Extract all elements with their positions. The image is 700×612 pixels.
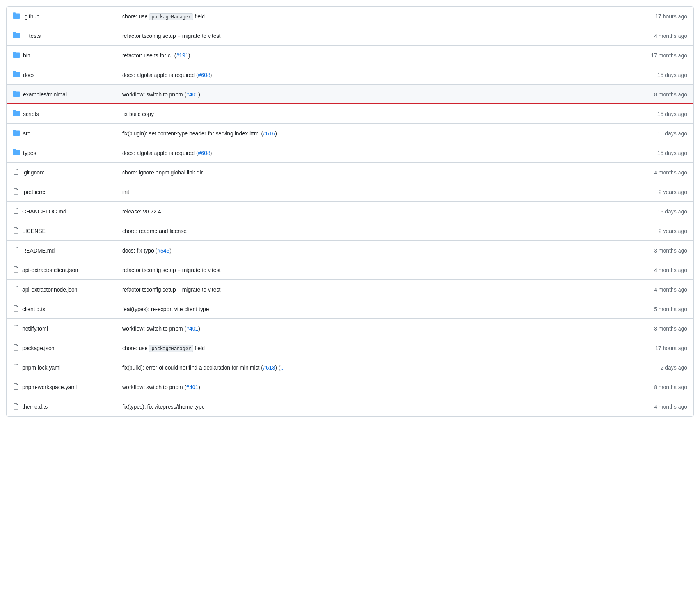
commit-message: workflow: switch to pnpm (#401) <box>122 326 617 332</box>
commit-time: 17 hours ago <box>617 13 687 20</box>
commit-time: 17 hours ago <box>617 345 687 351</box>
file-row[interactable]: api-extractor.client.jsonrefactor tsconf… <box>7 260 693 280</box>
commit-link[interactable]: #616 <box>263 130 275 137</box>
commit-link[interactable]: #608 <box>198 150 210 156</box>
code-badge: packageManager <box>149 13 193 20</box>
file-row[interactable]: docsdocs: algolia appId is required (#60… <box>7 65 693 85</box>
commit-time: 15 days ago <box>617 208 687 215</box>
file-row[interactable]: CHANGELOG.mdrelease: v0.22.415 days ago <box>7 202 693 221</box>
file-name[interactable]: docs <box>23 72 35 78</box>
code-badge: packageManager <box>149 345 193 352</box>
commit-message: feat(types): re-export vite client type <box>122 306 617 312</box>
file-name[interactable]: client.d.ts <box>22 306 45 312</box>
file-row[interactable]: .githubchore: use packageManager field17… <box>7 7 693 26</box>
file-name[interactable]: scripts <box>23 111 39 117</box>
commit-time: 4 months ago <box>617 33 687 39</box>
file-row[interactable]: client.d.tsfeat(types): re-export vite c… <box>7 299 693 319</box>
file-row[interactable]: README.mddocs: fix typo (#545)3 months a… <box>7 241 693 260</box>
commit-message: fix build copy <box>122 111 617 117</box>
file-icon <box>13 188 19 196</box>
file-name[interactable]: theme.d.ts <box>22 404 48 410</box>
file-row[interactable]: srcfix(plugin): set content-type header … <box>7 124 693 143</box>
commit-link[interactable]: #401 <box>186 326 198 332</box>
file-row[interactable]: typesdocs: algolia appId is required (#6… <box>7 143 693 163</box>
file-browser: .githubchore: use packageManager field17… <box>0 0 700 612</box>
commit-message: fix(build): error of could not find a de… <box>122 365 617 371</box>
file-row[interactable]: examples/minimalworkflow: switch to pnpm… <box>7 85 693 104</box>
file-table: .githubchore: use packageManager field17… <box>6 6 694 417</box>
folder-icon <box>13 149 20 157</box>
file-row[interactable]: pnpm-workspace.yamlworkflow: switch to p… <box>7 377 693 397</box>
file-row[interactable]: scriptsfix build copy15 days ago <box>7 104 693 124</box>
file-name[interactable]: pnpm-lock.yaml <box>22 365 60 371</box>
file-icon <box>13 227 19 235</box>
commit-time: 8 months ago <box>617 326 687 332</box>
commit-time: 15 days ago <box>617 130 687 137</box>
file-name[interactable]: __tests__ <box>23 33 47 39</box>
file-icon <box>13 285 19 294</box>
file-row[interactable]: theme.d.tsfix(types): fix vitepress/them… <box>7 397 693 416</box>
commit-time: 3 months ago <box>617 247 687 254</box>
folder-icon <box>13 110 20 118</box>
file-row[interactable]: .gitignorechore: ignore pnpm global link… <box>7 163 693 182</box>
file-name[interactable]: .prettierrc <box>22 189 45 195</box>
commit-message: chore: use packageManager field <box>122 13 617 20</box>
commit-message: refactor: use ts for cli (#191) <box>122 52 617 59</box>
folder-icon <box>13 71 20 79</box>
commit-message: chore: readme and license <box>122 228 617 234</box>
folder-icon <box>13 90 20 98</box>
file-name[interactable]: package.json <box>22 345 55 351</box>
file-row[interactable]: pnpm-lock.yamlfix(build): error of could… <box>7 358 693 377</box>
file-name[interactable]: api-extractor.client.json <box>22 267 78 273</box>
file-name[interactable]: LICENSE <box>22 228 46 234</box>
file-name[interactable]: pnpm-workspace.yaml <box>22 384 77 390</box>
commit-message: workflow: switch to pnpm (#401) <box>122 91 617 98</box>
commit-link[interactable]: #618 <box>263 365 275 371</box>
folder-icon <box>13 12 20 20</box>
file-row[interactable]: LICENSEchore: readme and license2 years … <box>7 221 693 241</box>
commit-time: 4 months ago <box>617 404 687 410</box>
commit-time: 15 days ago <box>617 111 687 117</box>
commit-link[interactable]: #608 <box>198 72 210 78</box>
commit-time: 2 years ago <box>617 189 687 195</box>
file-row[interactable]: api-extractor.node.jsonrefactor tsconfig… <box>7 280 693 299</box>
commit-link[interactable]: #545 <box>157 247 169 254</box>
commit-link[interactable]: ... <box>280 365 285 371</box>
file-icon <box>13 344 19 352</box>
file-name[interactable]: bin <box>23 52 30 59</box>
file-name[interactable]: types <box>23 150 36 156</box>
file-row[interactable]: netlify.tomlworkflow: switch to pnpm (#4… <box>7 319 693 338</box>
file-icon <box>13 168 19 176</box>
file-name[interactable]: examples/minimal <box>23 91 67 98</box>
commit-link[interactable]: #401 <box>186 384 198 390</box>
commit-message: fix(types): fix vitepress/theme type <box>122 404 617 410</box>
file-name[interactable]: README.md <box>22 247 55 254</box>
file-name[interactable]: src <box>23 130 30 137</box>
commit-time: 15 days ago <box>617 72 687 78</box>
file-icon <box>13 207 19 215</box>
commit-message: init <box>122 189 617 195</box>
file-row[interactable]: __tests__refactor tsconfig setup + migra… <box>7 26 693 46</box>
file-icon <box>13 383 19 391</box>
commit-time: 4 months ago <box>617 267 687 273</box>
file-icon <box>13 363 19 372</box>
file-name[interactable]: CHANGELOG.md <box>22 208 66 215</box>
commit-time: 4 months ago <box>617 286 687 293</box>
file-name[interactable]: api-extractor.node.json <box>22 286 78 293</box>
file-name[interactable]: netlify.toml <box>22 326 48 332</box>
commit-message: fix(plugin): set content-type header for… <box>122 130 617 137</box>
commit-time: 15 days ago <box>617 150 687 156</box>
file-icon <box>13 305 19 313</box>
file-row[interactable]: package.jsonchore: use packageManager fi… <box>7 338 693 358</box>
commit-message: refactor tsconfig setup + migrate to vit… <box>122 33 617 39</box>
file-row[interactable]: .prettierrcinit2 years ago <box>7 182 693 202</box>
commit-link[interactable]: #191 <box>176 52 188 59</box>
file-name[interactable]: .github <box>23 13 39 20</box>
commit-link[interactable]: #401 <box>186 91 198 98</box>
folder-icon <box>13 129 20 137</box>
folder-icon <box>13 51 20 59</box>
commit-message: workflow: switch to pnpm (#401) <box>122 384 617 390</box>
file-row[interactable]: binrefactor: use ts for cli (#191)17 mon… <box>7 46 693 65</box>
file-name[interactable]: .gitignore <box>22 169 45 176</box>
commit-message: chore: use packageManager field <box>122 345 617 351</box>
